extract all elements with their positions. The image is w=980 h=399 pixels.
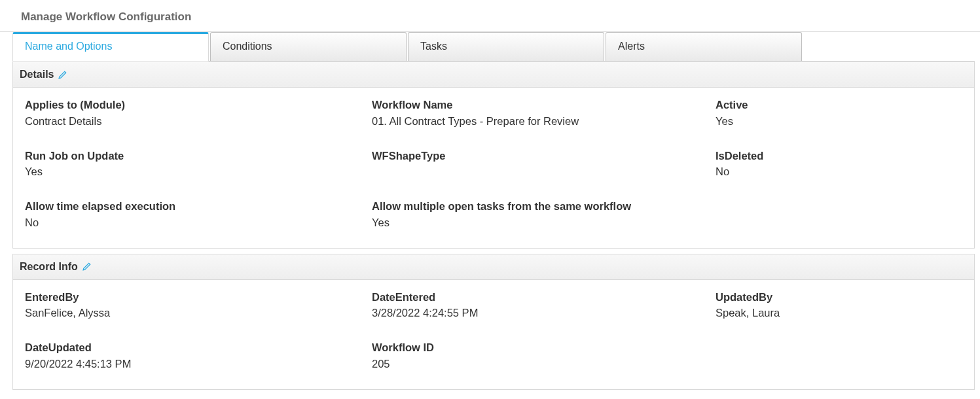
workflow-name-label: Workflow Name [372, 97, 716, 113]
field-updatedby: UpdatedBy Speak, Laura [716, 289, 780, 322]
field-applies-to: Applies to (Module) Contract Details [25, 97, 372, 130]
page-title: Manage Workflow Configuration [0, 0, 980, 31]
details-header: Details [12, 61, 975, 88]
field-workflowid: Workflow ID 205 [372, 339, 716, 372]
active-value: Yes [716, 113, 748, 130]
allow-time-label: Allow time elapsed execution [25, 198, 372, 215]
record-info-header-text: Record Info [20, 261, 78, 273]
updatedby-label: UpdatedBy [716, 289, 780, 305]
run-job-label: Run Job on Update [25, 148, 372, 164]
field-dateentered: DateEntered 3/28/2022 4:24:55 PM [372, 289, 716, 322]
details-header-text: Details [20, 69, 54, 80]
tab-conditions[interactable]: Conditions [210, 32, 407, 61]
isdeleted-label: IsDeleted [716, 148, 763, 164]
wfshapetype-label: WFShapeType [372, 148, 716, 164]
allow-multi-label: Allow multiple open tasks from the same … [372, 198, 716, 215]
field-workflow-name: Workflow Name 01. All Contract Types - P… [372, 97, 716, 130]
workflowid-label: Workflow ID [372, 339, 716, 356]
field-dateupdated: DateUpdated 9/20/2022 4:45:13 PM [25, 339, 372, 372]
tab-name-and-options[interactable]: Name and Options [12, 32, 209, 61]
record-info-header: Record Info [12, 254, 975, 280]
enteredby-label: EnteredBy [25, 289, 372, 305]
field-allow-multi: Allow multiple open tasks from the same … [372, 198, 716, 231]
workflow-name-value: 01. All Contract Types - Prepare for Rev… [372, 113, 716, 130]
field-enteredby: EnteredBy SanFelice, Alyssa [25, 289, 372, 322]
dateentered-value: 3/28/2022 4:24:55 PM [372, 305, 716, 321]
run-job-value: Yes [25, 164, 372, 180]
workflowid-value: 205 [372, 356, 716, 372]
dateentered-label: DateEntered [372, 289, 716, 305]
field-active: Active Yes [716, 97, 748, 130]
isdeleted-value: No [716, 164, 763, 180]
details-body: Applies to (Module) Contract Details Wor… [12, 88, 975, 249]
dateupdated-label: DateUpdated [25, 339, 372, 356]
updatedby-value: Speak, Laura [716, 305, 780, 321]
field-wfshapetype: WFShapeType [372, 148, 716, 181]
content-area: Details Applies to (Module) Contract Det… [12, 61, 975, 390]
field-isdeleted: IsDeleted No [716, 148, 763, 181]
edit-details-icon[interactable] [58, 70, 67, 80]
tab-alerts[interactable]: Alerts [606, 32, 802, 61]
edit-record-info-icon[interactable] [82, 262, 92, 271]
tabs-bar: Name and Options Conditions Tasks Alerts [0, 32, 980, 61]
tab-tasks[interactable]: Tasks [408, 32, 604, 61]
allow-time-value: No [25, 215, 372, 231]
active-label: Active [716, 97, 748, 113]
allow-multi-value: Yes [372, 215, 716, 231]
applies-to-label: Applies to (Module) [25, 97, 372, 113]
record-info-body: EnteredBy SanFelice, Alyssa DateEntered … [12, 280, 975, 390]
field-allow-time: Allow time elapsed execution No [25, 198, 372, 231]
enteredby-value: SanFelice, Alyssa [25, 305, 372, 321]
field-run-job: Run Job on Update Yes [25, 148, 372, 181]
applies-to-value: Contract Details [25, 113, 372, 130]
dateupdated-value: 9/20/2022 4:45:13 PM [25, 356, 372, 372]
